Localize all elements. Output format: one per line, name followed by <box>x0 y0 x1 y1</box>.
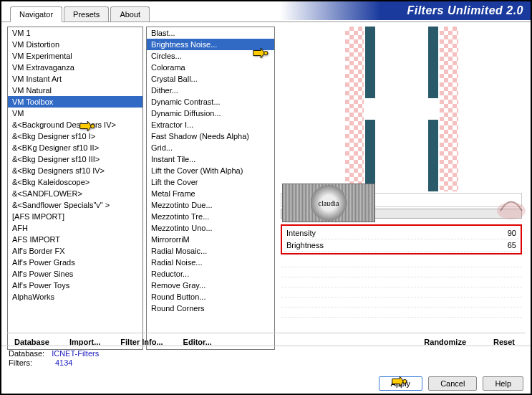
category-item[interactable]: VM Extravaganza <box>8 62 142 73</box>
parameter-panel: Intensity90Brightness65 <box>281 224 522 254</box>
filter-item[interactable]: Remove Gray... <box>147 280 274 291</box>
category-item[interactable]: VM Experimental <box>8 50 142 62</box>
filter-item[interactable]: Dynamic Diffusion... <box>147 108 274 119</box>
filter-item[interactable]: Instant Tile... <box>147 153 274 165</box>
category-item[interactable]: AlphaWorks <box>8 291 142 303</box>
tab-navigator[interactable]: Navigator <box>10 6 62 22</box>
category-item[interactable]: VM Instant Art <box>8 73 142 85</box>
checker-strip <box>345 27 364 191</box>
filter-item[interactable]: Lift the Cover (With Alpha) <box>147 165 274 176</box>
filter-item[interactable]: Dither... <box>147 85 274 96</box>
filters-count-label: Filters: <box>9 358 32 368</box>
title-band: Filters Unlimited 2.0 <box>280 1 531 20</box>
category-item[interactable]: Alf's Power Sines <box>8 268 142 280</box>
tab-bar: Navigator Presets About <box>1 6 151 22</box>
logo-mark: claudia <box>311 185 347 221</box>
blank-param-rows <box>281 257 522 318</box>
category-item[interactable]: Alf's Power Grads <box>8 257 142 268</box>
db-label: Database: <box>9 349 44 358</box>
claudia-watermark-icon <box>493 189 529 222</box>
filter-item[interactable]: Circles... <box>147 50 274 62</box>
category-item[interactable]: &<Bkg Designers sf10 IV> <box>8 165 142 176</box>
category-item[interactable]: Alf's Border FX <box>8 245 142 257</box>
category-item[interactable]: AFH <box>8 222 142 234</box>
category-item[interactable]: VM Distortion <box>8 39 142 50</box>
category-item[interactable]: &<Bkg Kaleidoscope> <box>8 176 142 188</box>
param-label: Intensity <box>286 229 316 237</box>
dialog-buttons: Apply Cancel Help <box>379 376 523 391</box>
cancel-button[interactable]: Cancel <box>428 376 477 391</box>
filter-item[interactable]: Crystal Ball... <box>147 73 274 85</box>
filter-item[interactable]: Lift the Cover <box>147 176 274 188</box>
param-row[interactable]: Intensity90 <box>284 227 519 239</box>
category-item[interactable]: [AFS IMPORT] <box>8 211 142 222</box>
param-value: 65 <box>508 241 516 249</box>
preview-bar <box>365 27 375 98</box>
app-title: Filters Unlimited 2.0 <box>407 4 523 17</box>
category-item[interactable]: VM Natural <box>8 85 142 96</box>
filter-item[interactable]: Extractor I... <box>147 119 274 130</box>
category-item[interactable]: &<Sandflower Specials"v" > <box>8 199 142 211</box>
category-item[interactable]: &<Bkg Designer sf10 III> <box>8 153 142 165</box>
filter-item[interactable]: Colorama <box>147 62 274 73</box>
filter-item[interactable]: Grid... <box>147 142 274 153</box>
category-item[interactable]: VM <box>8 108 142 119</box>
filter-item[interactable]: Mezzotinto Uno... <box>147 222 274 234</box>
category-list[interactable]: VM 1VM DistortionVM ExperimentalVM Extra… <box>7 27 143 350</box>
filter-item[interactable]: Radial Mosaic... <box>147 245 274 257</box>
param-value: 90 <box>508 229 516 237</box>
filter-item[interactable]: Fast Shadow (Needs Alpha) <box>147 130 274 142</box>
param-label: Brightness <box>286 241 324 249</box>
category-item[interactable]: &<BKg Designer sf10 II> <box>8 142 142 153</box>
db-value: ICNET-Filters <box>52 349 99 358</box>
filter-item[interactable]: Round Corners <box>147 303 274 314</box>
category-item[interactable]: AFS IMPORT <box>8 234 142 245</box>
filter-item[interactable]: Brightness Noise... <box>147 39 274 50</box>
category-item[interactable]: VM Toolbox <box>8 96 142 108</box>
apply-button[interactable]: Apply <box>379 376 423 391</box>
category-item[interactable]: &<SANDFLOWER> <box>8 188 142 199</box>
header: Navigator Presets About Filters Unlimite… <box>1 1 531 22</box>
category-item[interactable]: VM 1 <box>8 27 142 39</box>
filter-item[interactable]: Mezzotinto Due... <box>147 199 274 211</box>
preview-bar <box>365 120 375 191</box>
tab-presets[interactable]: Presets <box>64 6 109 22</box>
preview-image <box>327 27 477 191</box>
filter-item[interactable]: Blast... <box>147 27 274 39</box>
filter-item[interactable]: Radial Noise... <box>147 257 274 268</box>
category-item[interactable]: Alf's Power Toys <box>8 280 142 291</box>
help-button[interactable]: Help <box>483 376 523 391</box>
tab-about[interactable]: About <box>110 6 150 22</box>
filter-item[interactable]: Mezzotinto Tre... <box>147 211 274 222</box>
author-logo: claudia <box>282 184 375 222</box>
filter-item[interactable]: Reductor... <box>147 268 274 280</box>
filter-item[interactable]: Dynamic Contrast... <box>147 96 274 108</box>
preview-gap <box>377 27 427 191</box>
status-bar: Database: ICNET-Filters Filters: 4134 <box>1 346 531 371</box>
preview-bar <box>428 27 438 98</box>
checker-strip <box>440 27 458 191</box>
category-item[interactable]: &<Bkg Designer sf10 I> <box>8 130 142 142</box>
filter-item[interactable]: Metal Frame <box>147 188 274 199</box>
category-item[interactable]: &<Background Designers IV> <box>8 119 142 130</box>
filter-item[interactable]: MirrororriM <box>147 234 274 245</box>
filter-item[interactable]: Round Button... <box>147 291 274 303</box>
filters-count-value: 4134 <box>55 358 72 368</box>
filter-list[interactable]: Blast...Brightness Noise...Circles...Col… <box>146 27 275 350</box>
param-row[interactable]: Brightness65 <box>284 239 519 252</box>
preview-bar <box>428 120 438 191</box>
